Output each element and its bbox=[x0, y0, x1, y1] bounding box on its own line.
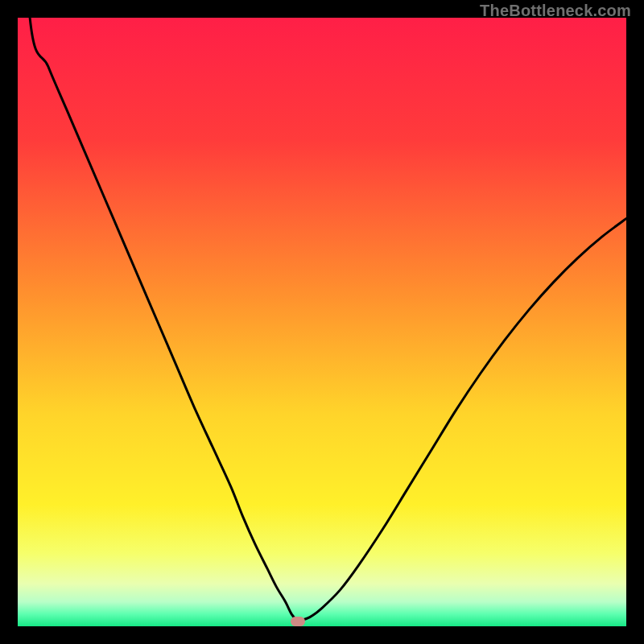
chart-frame: TheBottleneck.com bbox=[0, 0, 644, 644]
bottleneck-curve bbox=[18, 18, 626, 626]
optimum-marker bbox=[291, 617, 305, 626]
plot-area bbox=[18, 18, 626, 626]
watermark-text: TheBottleneck.com bbox=[480, 2, 631, 20]
